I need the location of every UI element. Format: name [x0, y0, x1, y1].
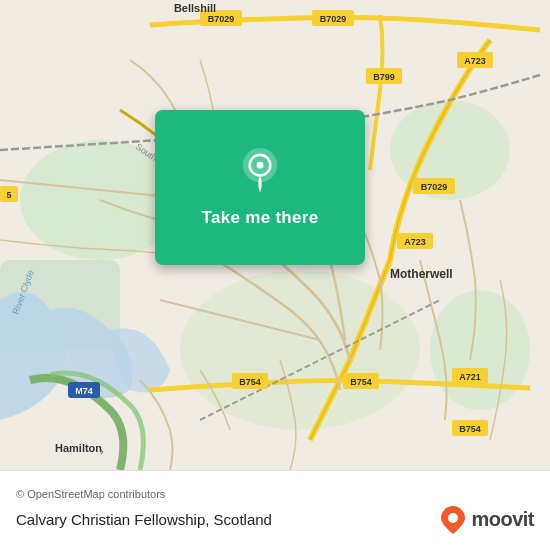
take-me-there-label: Take me there: [202, 208, 319, 228]
svg-text:A723: A723: [404, 237, 426, 247]
svg-text:Motherwell: Motherwell: [390, 267, 453, 281]
location-pin-icon: [236, 148, 284, 196]
svg-text:›: ›: [100, 445, 104, 457]
map-container: B7029 B7029 B7029 B799 A723 A723 B754 B7…: [0, 0, 550, 470]
svg-text:B754: B754: [459, 424, 481, 434]
moovit-logo: moovit: [441, 506, 534, 534]
svg-text:B754: B754: [239, 377, 261, 387]
moovit-pin-icon: [441, 506, 465, 534]
svg-text:A721: A721: [459, 372, 481, 382]
svg-point-2: [180, 270, 420, 430]
svg-text:A723: A723: [464, 56, 486, 66]
svg-text:5: 5: [6, 190, 11, 200]
svg-text:B7029: B7029: [421, 182, 448, 192]
svg-point-38: [257, 161, 264, 168]
svg-text:Hamilton: Hamilton: [55, 442, 102, 454]
svg-text:B799: B799: [373, 72, 395, 82]
svg-point-4: [430, 290, 530, 410]
svg-text:B7029: B7029: [320, 14, 347, 24]
take-me-there-card[interactable]: Take me there: [155, 110, 365, 265]
svg-text:M74: M74: [75, 386, 93, 396]
svg-point-39: [448, 513, 458, 523]
svg-text:Bellshill: Bellshill: [174, 2, 216, 14]
moovit-text: moovit: [471, 508, 534, 531]
svg-text:B754: B754: [350, 377, 372, 387]
attribution-text: © OpenStreetMap contributors: [16, 488, 534, 500]
place-name: Calvary Christian Fellowship, Scotland: [16, 511, 272, 528]
bottom-bar: © OpenStreetMap contributors Calvary Chr…: [0, 470, 550, 550]
svg-text:B7029: B7029: [208, 14, 235, 24]
